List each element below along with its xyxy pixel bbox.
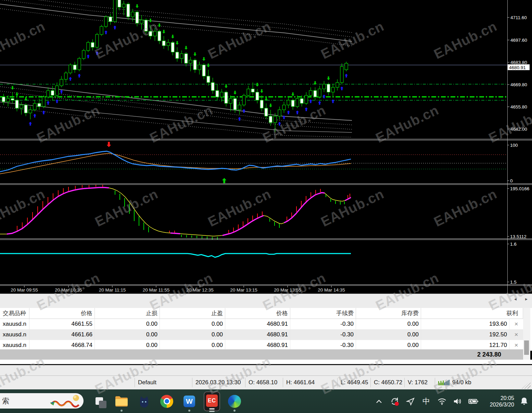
toolbox-tab-strip: ◄ ► [0,294,532,308]
svg-text:4655.80: 4655.80 [510,104,527,109]
tray-ime-button[interactable]: 中 [418,393,434,410]
total-profit-value: 2 243.80 [477,351,501,358]
position-sl: 0.00 [95,319,160,330]
ec-app-button[interactable]: EC [201,389,223,413]
status-volume: V: 1762 [404,378,435,387]
status-open: O: 4658.10 [245,378,283,387]
notification-bell-icon [520,397,529,406]
running-indicator [188,410,190,412]
status-high: H: 4661.64 [283,378,337,387]
table-empty-area [0,360,532,364]
total-profit-row: 2 243.80 [0,349,523,360]
position-symbol: xauusd.n [0,330,29,340]
traffic-kb: 94/0 kb [452,378,471,387]
status-close: C: 4650.72 [370,378,404,387]
edge-button[interactable] [223,389,246,413]
position-current-price: 4680.91 [225,319,290,330]
ec-app-icon: EC [204,391,220,411]
position-row[interactable]: xauusd.n 4661.55 0.00 0.00 4680.91 -0.30… [0,319,523,330]
ime-zh-icon: 中 [422,396,430,406]
word-button[interactable]: W [178,389,201,413]
svg-text:0: 0 [510,178,513,183]
running-indicator [121,410,123,412]
desktop-screen: 4711.604697.604683.804669.804655.804642.… [0,0,532,413]
tray-location-button[interactable] [403,393,418,410]
running-indicator [233,410,236,412]
status-bar-time: 2026.03.20 13:30 [192,378,245,387]
svg-text:20 Mar 13:55: 20 Mar 13:55 [274,287,301,293]
position-sl: 0.00 [95,330,160,340]
file-explorer-button[interactable] [110,389,133,413]
edge-icon [228,395,241,408]
tray-sync-button[interactable] [387,393,403,410]
task-view-button[interactable] [88,389,110,413]
tray-volume-button[interactable] [450,393,466,410]
position-profit: 192.50 [421,330,509,340]
svg-text:4697.60: 4697.60 [510,38,527,43]
svg-text:195.0166: 195.0166 [510,186,529,191]
col-header-profit[interactable]: 获利 [421,308,523,319]
col-header-price[interactable]: 价格 [29,308,95,319]
col-header-symbol[interactable]: 交易品种 [0,308,29,319]
tray-expand-button[interactable] [371,393,387,410]
svg-text:20 Mar 09:55: 20 Mar 09:55 [11,287,38,293]
position-open-price: 4661.55 [29,319,95,330]
svg-text:20 Mar 12:35: 20 Mar 12:35 [186,287,214,293]
toolbox-scroll-right-icon[interactable]: ► [524,297,528,301]
position-swap: 0.00 [356,330,421,340]
search-text: 索 [2,396,9,406]
cat-app-button[interactable] [133,389,155,413]
col-header-sl[interactable]: 止损 [95,308,160,319]
col-header-swap[interactable]: 库存费 [356,308,421,319]
svg-text:4711.60: 4711.60 [510,15,527,20]
taskbar-clock[interactable]: 20:05 2026/3/20 [481,395,514,408]
location-icon [406,397,415,406]
tray-wifi-button[interactable] [434,393,450,410]
status-connection: 94/0 kb [435,378,503,387]
position-open-price: 4661.66 [29,330,95,340]
active-app-indicator [209,411,215,412]
chrome-icon [160,395,173,408]
taskbar-search[interactable]: 索 [0,393,84,409]
position-swap: 0.00 [356,319,421,330]
positions-table: 交易品种 价格 止损 止盈 价格 手续费 库存费 获利 xauusd.n 466… [0,308,532,351]
col-header-commission[interactable]: 手续费 [290,308,356,319]
svg-text:20 Mar 11:55: 20 Mar 11:55 [143,287,170,293]
close-position-button[interactable]: × [509,330,523,340]
svg-text:4680.91: 4680.91 [509,65,526,70]
svg-text:20 Mar 11:15: 20 Mar 11:15 [99,287,126,293]
table-scrollbar[interactable] [523,308,530,360]
folder-icon [115,395,128,408]
toolbox-scroll-left-icon[interactable]: ◄ [514,297,517,301]
close-position-button[interactable]: × [509,319,523,330]
svg-text:4669.80: 4669.80 [510,82,527,87]
clock-date: 2026/3/20 [481,401,514,408]
chrome-button[interactable] [155,389,178,413]
wifi-icon [437,397,447,405]
position-profit: 193.60 [421,319,509,330]
position-symbol: xauusd.n [0,319,29,330]
status-spacer [0,376,135,390]
price-chart[interactable]: 4711.604697.604683.804669.804655.804642.… [0,0,532,294]
svg-text:1.5: 1.5 [510,280,517,285]
alert-dot [395,402,399,406]
status-profile[interactable]: Default [135,378,192,387]
position-row[interactable]: xauusd.n 4661.66 0.00 0.00 4680.91 -0.30… [0,330,523,340]
clock-time: 20:05 [481,395,514,401]
col-header-price2[interactable]: 价格 [225,308,290,319]
col-header-tp[interactable]: 止盈 [160,308,225,319]
position-tp: 0.00 [160,319,225,330]
svg-text:4683.80: 4683.80 [510,60,527,65]
tray-battery-button[interactable] [466,393,481,410]
scrollbar-thumb[interactable] [524,340,529,355]
notification-button[interactable] [516,393,532,410]
svg-text:13.5112: 13.5112 [510,234,527,239]
svg-text:4642.00: 4642.00 [510,127,527,132]
lower-toolbar-strip [0,365,532,376]
position-commission: -0.30 [290,319,356,330]
status-low: L: 4649.45 [337,378,370,387]
chart-canvas[interactable]: 4711.604697.604683.804669.804655.804642.… [0,0,532,294]
svg-text:20 Mar 10:35: 20 Mar 10:35 [55,287,82,293]
battery-charging-icon [468,398,479,405]
cat-icon [138,395,150,408]
